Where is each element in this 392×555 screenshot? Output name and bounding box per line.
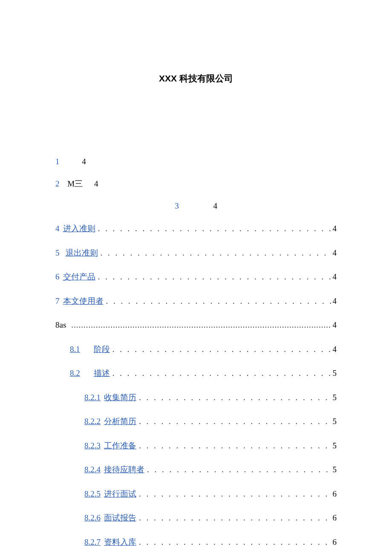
toc-entry: 8.2.4接待应聘者. . . . . . . . . . . . . . . … <box>55 464 337 476</box>
toc-entry-number[interactable]: 8.1 <box>70 343 80 356</box>
toc-entry-label[interactable]: 资料入库 <box>104 536 136 549</box>
toc-entry: 8as.....................................… <box>55 319 337 331</box>
toc-entry-number[interactable]: 8.2.2 <box>84 416 101 428</box>
toc-row-3: 3 4 <box>55 201 337 211</box>
toc-row-2-right: 4 <box>94 179 98 188</box>
toc-entry-page: 4 <box>331 295 337 308</box>
toc-entry: 8.2.1收集简历. . . . . . . . . . . . . . . .… <box>55 392 337 404</box>
toc-entry-number[interactable]: 8.2.1 <box>84 392 101 404</box>
toc-entry-label[interactable]: 阶段 <box>94 343 110 356</box>
toc-entry-number[interactable]: 8.2.3 <box>84 440 101 452</box>
toc-row-1: 1 4 <box>55 157 337 166</box>
toc-dots: . . . . . . . . . . . . . . . . . . . . … <box>145 464 331 476</box>
toc-entry: 8.2.5进行面试. . . . . . . . . . . . . . . .… <box>55 488 337 500</box>
toc-entry: 8.1阶段. . . . . . . . . . . . . . . . . .… <box>55 343 337 356</box>
toc-entry: 8.2.3工作准备. . . . . . . . . . . . . . . .… <box>55 440 337 452</box>
toc-entry: 5退出准则. . . . . . . . . . . . . . . . . .… <box>55 247 337 259</box>
toc-entry-number[interactable]: 5 <box>55 247 60 259</box>
toc-row-3-right: 4 <box>213 201 217 210</box>
toc-entry: 8.2描述. . . . . . . . . . . . . . . . . .… <box>55 367 337 380</box>
company-title: XXX 科技有限公司 <box>55 73 337 84</box>
toc-entry: 8.2.7资料入库. . . . . . . . . . . . . . . .… <box>55 536 337 549</box>
toc-dots: . . . . . . . . . . . . . . . . . . . . … <box>96 271 331 283</box>
toc-dots: . . . . . . . . . . . . . . . . . . . . … <box>137 392 331 404</box>
toc-entry-number[interactable]: 7 <box>55 295 60 308</box>
toc-dots: . . . . . . . . . . . . . . . . . . . . … <box>137 536 331 549</box>
toc-entry-page: 5 <box>331 367 337 380</box>
toc-entry-label[interactable]: 描述 <box>94 367 110 380</box>
toc-entry-label[interactable]: 本文使用者 <box>63 295 104 308</box>
toc-dots: . . . . . . . . . . . . . . . . . . . . … <box>104 295 331 308</box>
toc-entry: 4进入准则. . . . . . . . . . . . . . . . . .… <box>55 223 337 235</box>
toc-entry-page: 5 <box>331 416 337 428</box>
toc-row-2-left: 2 <box>55 179 60 188</box>
toc-entry-page: 6 <box>331 488 337 500</box>
toc-dots: . . . . . . . . . . . . . . . . . . . . … <box>137 512 331 524</box>
toc-row-1-left: 1 <box>55 157 60 166</box>
toc-entry-page: 5 <box>331 440 337 452</box>
toc-entry-label[interactable]: 退出准则 <box>66 247 98 259</box>
toc-entry-label[interactable]: 工作准备 <box>104 440 136 452</box>
toc-entry-number[interactable]: 8.2.6 <box>84 512 101 524</box>
toc-entry-label[interactable]: 收集简历 <box>104 392 136 404</box>
toc-entry-page: 5 <box>331 464 337 476</box>
toc-dots: . . . . . . . . . . . . . . . . . . . . … <box>137 488 331 500</box>
toc-dots: . . . . . . . . . . . . . . . . . . . . … <box>99 247 331 259</box>
toc-dots: . . . . . . . . . . . . . . . . . . . . … <box>111 367 331 380</box>
toc-entry: 6交付产品. . . . . . . . . . . . . . . . . .… <box>55 271 337 283</box>
toc-entry: 8.2.2分析简历. . . . . . . . . . . . . . . .… <box>55 416 337 428</box>
toc-entry-page: 6 <box>331 536 337 549</box>
toc-entry-label[interactable]: 接待应聘者 <box>104 464 144 476</box>
toc-dots: . . . . . . . . . . . . . . . . . . . . … <box>137 416 331 428</box>
toc-row-1-right: 4 <box>82 157 86 166</box>
toc-entry-number[interactable]: 4 <box>55 223 60 235</box>
toc-entry-page: 4 <box>331 343 337 356</box>
toc-entry-number[interactable]: 8.2.5 <box>84 488 101 500</box>
toc-entry-label[interactable]: 面试报告 <box>104 512 136 524</box>
toc-entry: 8.2.6面试报告. . . . . . . . . . . . . . . .… <box>55 512 337 524</box>
toc-entry-page: 4 <box>331 247 337 259</box>
toc-row-3-left: 3 <box>175 201 179 210</box>
toc-entry-number[interactable]: 8.2.7 <box>84 536 101 549</box>
toc-dots: ........................................… <box>69 319 331 331</box>
toc-entry-page: 5 <box>331 392 337 404</box>
toc-entry: 7本文使用者. . . . . . . . . . . . . . . . . … <box>55 295 337 308</box>
toc-row-2-mid: M三 <box>67 179 83 188</box>
toc-entry-label[interactable]: 进入准则 <box>63 223 95 235</box>
toc-entry-page: 4 <box>331 319 337 331</box>
toc-entry-label[interactable]: 进行面试 <box>104 488 136 500</box>
toc-entry-number: 8as <box>55 319 66 331</box>
toc-dots: . . . . . . . . . . . . . . . . . . . . … <box>111 343 331 356</box>
toc-dots: . . . . . . . . . . . . . . . . . . . . … <box>96 223 331 235</box>
toc-entry-label[interactable]: 交付产品 <box>63 271 95 283</box>
toc-entry-page: 6 <box>331 512 337 524</box>
toc-entry-number[interactable]: 8.2 <box>70 367 80 380</box>
toc-entry-number[interactable]: 6 <box>55 271 60 283</box>
toc-entry-page: 4 <box>331 223 337 235</box>
toc-row-2: 2 M三 4 <box>55 178 337 189</box>
toc-dots: . . . . . . . . . . . . . . . . . . . . … <box>137 440 331 452</box>
toc-entry-page: 4 <box>331 271 337 283</box>
toc-container: 4进入准则. . . . . . . . . . . . . . . . . .… <box>55 223 337 548</box>
toc-entry-label[interactable]: 分析简历 <box>104 416 136 428</box>
toc-entry-number[interactable]: 8.2.4 <box>84 464 101 476</box>
